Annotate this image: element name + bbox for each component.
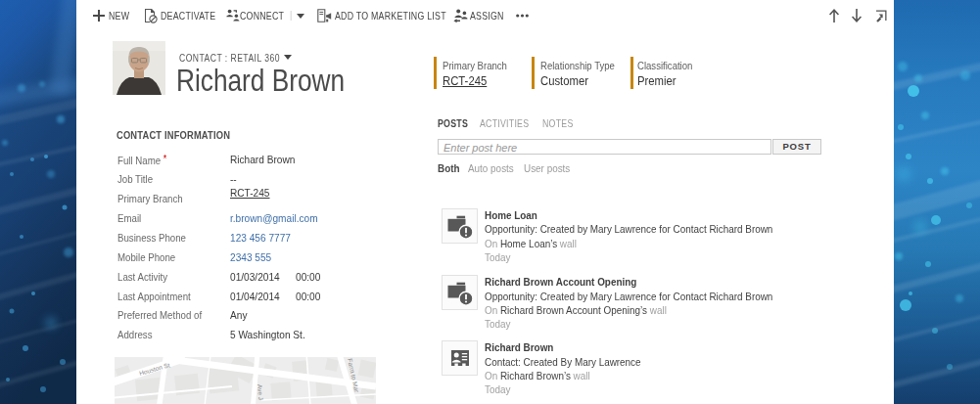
svg-text:Ave J: Ave J [257, 384, 264, 401]
